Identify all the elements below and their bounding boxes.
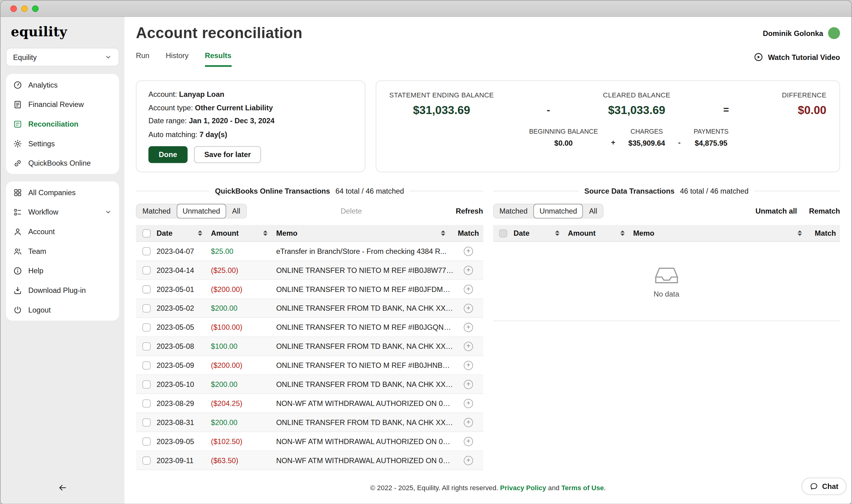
sidebar-item-all-companies[interactable]: All Companies [6,182,119,202]
charges-label: CHARGES [628,128,665,136]
qbo-filter-matched[interactable]: Matched [137,203,177,218]
row-checkbox[interactable] [142,285,150,293]
source-filter-all[interactable]: All [583,203,603,218]
save-for-later-button[interactable]: Save for later [194,146,261,163]
user-menu[interactable]: Dominik Golonka [763,27,840,39]
sidebar-item-quickbooks-online[interactable]: QuickBooks Online [6,154,119,173]
row-checkbox[interactable] [142,380,150,389]
source-filter-unmatched[interactable]: Unmatched [533,203,583,218]
row-checkbox[interactable] [142,323,150,331]
sidebar-item-label: Team [28,247,46,255]
tx-memo: ONLINE TRANSFER FROM TD BANK, NA CHK XXX… [276,375,454,394]
main-header: Account reconciliation Dominik Golonka [136,24,840,42]
chat-button[interactable]: Chat [801,478,847,495]
sidebar-item-download-plug-in[interactable]: Download Plug-in [6,280,119,300]
source-transactions-section: Source Data Transactions 46 total / 46 m… [493,187,840,470]
qbo-amount-column-header[interactable]: Amount [211,229,276,237]
row-checkbox[interactable] [142,456,150,464]
divider [136,191,209,192]
help-icon [13,266,22,275]
charges-value: $35,909.64 [628,139,665,147]
row-checkbox[interactable] [142,266,150,274]
empty-tray-icon [654,264,679,285]
minus-operator: - [547,105,550,116]
qbo-table-header: Date Amount Memo [136,225,483,242]
statement-value: $31,033.69 [389,104,494,117]
match-add-icon[interactable] [464,341,473,350]
qbo-filter-all[interactable]: All [226,203,246,218]
source-memo-column-header[interactable]: Memo [633,224,811,241]
minimize-window-icon[interactable] [21,5,28,12]
company-selector-value: Equility [13,53,37,61]
sidebar-item-logout[interactable]: Logout [6,300,119,320]
match-add-icon[interactable] [464,322,473,331]
tx-memo: ONLINE TRANSFER FROM TD BANK, NA CHK XXX… [276,337,454,356]
beginning-label: BEGINNING BALANCE [529,128,598,136]
match-add-icon[interactable] [464,360,473,370]
beginning-balance: BEGINNING BALANCE $0.00 [529,128,598,147]
row-checkbox[interactable] [142,437,150,446]
window-titlebar [1,1,851,17]
select-all-checkbox[interactable] [142,229,150,237]
tab-run[interactable]: Run [136,52,149,67]
qbo-date-column-header[interactable]: Date [157,229,211,237]
source-amount-column-header[interactable]: Amount [568,229,633,237]
row-checkbox[interactable] [142,399,150,408]
privacy-policy-link[interactable]: Privacy Policy [500,484,546,492]
sidebar-item-account[interactable]: Account [6,221,119,241]
account-type-line: Account type: Other Current Liability [148,102,353,115]
sidebar: equility Equility AnalyticsFinancial Rev… [1,17,125,504]
sidebar-item-settings[interactable]: Settings [6,134,119,154]
sidebar-item-financial-review[interactable]: Financial Review [6,95,119,114]
tab-history[interactable]: History [166,52,189,67]
match-add-icon[interactable] [464,437,473,446]
match-add-icon[interactable] [464,456,473,465]
sidebar-item-reconciliation[interactable]: Reconciliation [6,114,119,134]
close-window-icon[interactable] [11,5,17,12]
tx-memo: ONLINE TRANSFER TO NIETO M REF #IB0JHNB7… [276,356,454,375]
qbo-memo-column-header[interactable]: Memo [276,224,454,241]
tx-date: 2023-08-31 [157,418,211,427]
qbo-toolbar: MatchedUnmatchedAll Delete Refresh [136,203,483,219]
row-checkbox[interactable] [142,304,150,312]
watch-tutorial-button[interactable]: Watch Tutorial Video [754,52,840,62]
tx-date: 2023-09-11 [157,456,211,464]
table-row: 2023-09-11($63.50)NON-WF ATM WITHDRAWAL … [136,451,483,470]
refresh-button[interactable]: Refresh [456,207,483,215]
row-checkbox[interactable] [142,361,150,370]
setup-actions: Done Save for later [148,146,353,163]
app-body: equility Equility AnalyticsFinancial Rev… [1,17,851,504]
match-add-icon[interactable] [464,285,473,294]
sidebar-item-analytics[interactable]: Analytics [6,75,119,95]
sidebar-item-team[interactable]: Team [6,241,119,261]
match-add-icon[interactable] [464,418,473,427]
row-checkbox[interactable] [142,247,150,255]
match-add-icon[interactable] [464,304,473,313]
sidebar-collapse-button[interactable] [55,480,70,495]
match-add-icon[interactable] [464,247,473,256]
sort-icon [441,231,445,236]
qbo-section-title: QuickBooks Online Transactions 64 total … [136,187,483,195]
match-add-icon[interactable] [464,266,473,275]
rematch-button[interactable]: Rematch [809,207,840,215]
table-row: 2023-05-02$200.00ONLINE TRANSFER FROM TD… [136,299,483,318]
divider [410,191,483,192]
tab-results[interactable]: Results [205,52,231,67]
match-add-icon[interactable] [464,380,473,389]
terms-of-use-link[interactable]: Terms of Use [562,484,604,492]
avatar[interactable] [828,27,840,39]
source-filter-matched[interactable]: Matched [494,203,533,218]
company-selector[interactable]: Equility [6,48,119,66]
qbo-filter-unmatched[interactable]: Unmatched [177,203,226,218]
workflow-icon [13,208,22,217]
source-date-column-header[interactable]: Date [513,229,568,237]
row-checkbox[interactable] [142,418,150,427]
sidebar-item-help[interactable]: Help [6,261,119,281]
plus-operator: + [611,139,615,147]
done-button[interactable]: Done [148,146,188,163]
row-checkbox[interactable] [142,342,150,350]
match-add-icon[interactable] [464,399,473,408]
unmatch-all-button[interactable]: Unmatch all [756,207,797,215]
sidebar-item-workflow[interactable]: Workflow [6,202,119,222]
fullscreen-window-icon[interactable] [32,5,38,12]
